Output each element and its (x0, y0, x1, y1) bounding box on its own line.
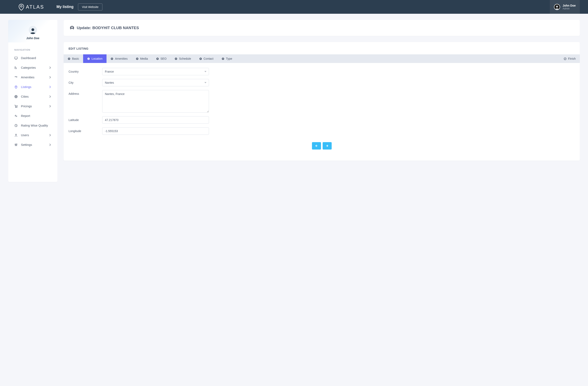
circle-icon (68, 58, 70, 60)
svg-point-33 (222, 58, 224, 59)
chevron-right-icon (49, 66, 51, 69)
next-button[interactable] (323, 142, 332, 149)
tabs-bar: BasicLocationAmenitiesMediaSEOScheduleCo… (64, 54, 580, 63)
tab-label: Type (226, 57, 232, 60)
tab-finish[interactable]: Finish (560, 54, 580, 63)
nav-label: Users (21, 133, 29, 137)
nav-label: Listings (21, 85, 31, 89)
svg-point-5 (16, 86, 16, 87)
svg-point-27 (157, 58, 158, 59)
sidebar-item-listings[interactable]: Listings (8, 82, 58, 92)
brand-logo[interactable]: ATLAS (19, 3, 44, 10)
city-label: City (68, 79, 102, 86)
avatar-icon (554, 4, 560, 10)
svg-point-14 (15, 144, 16, 145)
nav-icon (14, 56, 18, 60)
app-header: ATLAS My listing Visit Website John Doe … (0, 0, 588, 14)
page-title: Update: BODYHIT CLUB NANTES (77, 26, 139, 30)
nav-icon (14, 143, 18, 146)
country-select[interactable]: France (102, 68, 209, 75)
nav-icon (14, 124, 18, 127)
svg-point-15 (16, 145, 16, 145)
nav-label: Categories (21, 66, 36, 69)
nav-section-label: NAVIGATION (8, 42, 58, 53)
avatar-icon (29, 26, 37, 34)
svg-point-20 (68, 58, 70, 59)
latitude-label: Latitude (68, 116, 102, 124)
circle-icon (111, 58, 113, 60)
chevron-right-icon (49, 105, 51, 107)
circle-icon (222, 58, 224, 60)
circle-icon (136, 58, 139, 60)
pin-icon (19, 3, 24, 10)
tab-label: Amenities (115, 57, 127, 60)
svg-point-25 (137, 58, 138, 59)
nav-icon (14, 134, 18, 137)
sidebar-item-pricings[interactable]: Pricings (8, 101, 58, 111)
visit-website-button[interactable]: Visit Website (78, 3, 102, 10)
svg-point-23 (111, 58, 112, 59)
svg-point-8 (17, 107, 17, 108)
address-textarea[interactable]: Nantes, France (102, 90, 209, 113)
header-user-name: John Doe (563, 4, 576, 7)
circle-icon (175, 58, 177, 60)
tab-basic[interactable]: Basic (64, 54, 83, 63)
sidebar-item-dashboard[interactable]: Dashboard (8, 53, 58, 63)
tab-label: Schedule (179, 57, 191, 60)
sidebar-item-amenities[interactable]: Amenities (8, 72, 58, 82)
svg-point-0 (21, 5, 22, 7)
sidebar-item-cities[interactable]: Cities (8, 92, 58, 101)
header-user-info: John Doe Admin (563, 4, 576, 10)
nav-icon (14, 85, 18, 89)
tab-label: Finish (568, 57, 576, 60)
header-left: ATLAS My listing Visit Website (19, 3, 103, 10)
tab-amenities[interactable]: Amenities (106, 54, 131, 63)
nav-label: Amenities (21, 76, 35, 79)
longitude-input[interactable] (102, 127, 209, 135)
page-header: Update: BODYHIT CLUB NANTES (64, 20, 580, 36)
sidebar-item-users[interactable]: Users (8, 130, 58, 140)
circle-icon (156, 58, 159, 60)
tab-label: Location (91, 57, 103, 60)
svg-point-16 (17, 144, 17, 144)
tab-schedule[interactable]: Schedule (170, 54, 195, 63)
sidebar-item-rating-wise-quality[interactable]: Rating Wise Quality (8, 121, 58, 130)
tab-type[interactable]: Type (218, 54, 236, 63)
prev-button[interactable] (312, 142, 321, 149)
nav-label: Dashboard (21, 56, 36, 60)
tab-label: Contact (204, 57, 213, 60)
city-select[interactable]: Nantes (102, 79, 209, 86)
nav-label: Cities (21, 95, 29, 98)
svg-point-18 (71, 27, 73, 28)
brand-name: ATLAS (26, 4, 44, 10)
edit-listing-card: EDIT LISTING BasicLocationAmenitiesMedia… (64, 42, 580, 161)
svg-point-1 (556, 5, 558, 7)
sidebar-item-settings[interactable]: Settings (8, 140, 58, 149)
svg-point-29 (176, 58, 177, 59)
tab-contact[interactable]: Contact (195, 54, 218, 63)
tab-location[interactable]: Location (83, 54, 106, 63)
tab-label: SEO (161, 57, 167, 60)
city-row: City Nantes (68, 79, 575, 86)
header-page-title: My listing (56, 5, 73, 9)
chevron-right-icon (49, 95, 51, 98)
arrow-right-icon (326, 145, 328, 147)
chevron-right-icon (49, 143, 51, 146)
country-label: Country (68, 68, 102, 75)
address-label: Address (68, 90, 102, 113)
latitude-input[interactable] (102, 116, 209, 124)
sidebar-item-report[interactable]: Report (8, 111, 58, 121)
svg-point-2 (31, 28, 34, 31)
latitude-row: Latitude (68, 116, 575, 124)
sidebar-header: John Doe (8, 20, 58, 42)
tab-label: Media (140, 57, 148, 60)
svg-point-10 (15, 134, 16, 135)
tab-seo[interactable]: SEO (152, 54, 171, 63)
nav-label: Rating Wise Quality (21, 124, 48, 127)
tab-media[interactable]: Media (132, 54, 152, 63)
header-user-menu[interactable]: John Doe Admin (550, 0, 580, 14)
header-nav: My listing Visit Website (56, 3, 102, 10)
chevron-right-icon (49, 76, 51, 79)
sidebar-item-categories[interactable]: Categories (8, 63, 58, 72)
location-form: Country France City Nantes (64, 63, 580, 161)
